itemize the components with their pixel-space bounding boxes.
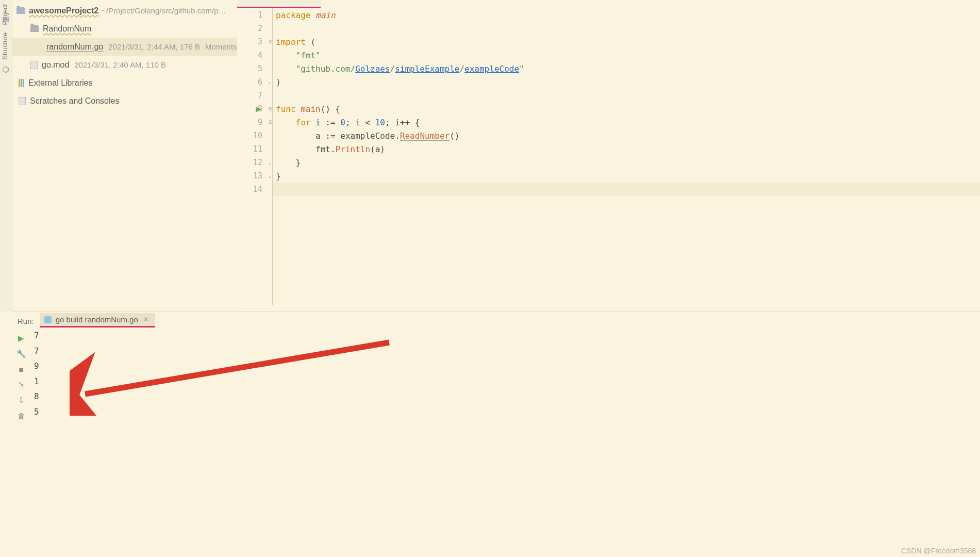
tree-scratches[interactable]: Scratches and Consoles <box>12 92 237 110</box>
mod-file-icon <box>30 61 38 69</box>
fold-start-icon[interactable]: ⊟ <box>269 39 275 45</box>
trash-button[interactable]: 🗑 <box>13 408 29 423</box>
code-line: for i := 0; i < 10; i++ { <box>276 118 420 127</box>
watermark: CSDN @Freedom3568 <box>901 547 976 555</box>
project-tree[interactable]: awesomeProject2 ~/Project/Golang/src/git… <box>12 2 237 312</box>
output-line: 7 <box>34 346 980 362</box>
line-number: 2 <box>258 24 262 33</box>
editor-tab-active[interactable] <box>237 0 321 8</box>
line-number: 9 <box>258 118 262 127</box>
structure-tab-label: Structure <box>1 32 9 60</box>
line-number: 7 <box>258 91 262 100</box>
code-line: } <box>276 158 301 168</box>
line-number: 5 <box>258 64 262 73</box>
settings-button[interactable]: 🔧 <box>13 346 29 362</box>
structure-icon: ⌬ <box>2 64 10 73</box>
root-path: ~/Project/Golang/src/github.com/p… <box>102 6 226 15</box>
line-number: 12 <box>253 158 262 167</box>
run-header: Run: go build randomNum.go ✕ <box>12 312 980 327</box>
run-tab-title: go build randomNum.go <box>56 315 138 324</box>
tree-external-libraries[interactable]: External Libraries <box>12 74 237 92</box>
stop-button[interactable]: ■ <box>13 362 29 377</box>
run-label: Run: <box>18 317 34 327</box>
rerun-button[interactable]: ▶ <box>13 331 29 346</box>
fold-start-icon[interactable]: ⊟ <box>269 119 275 125</box>
external-label: External Libraries <box>28 78 93 88</box>
file-meta2: Moments ago <box>205 42 237 51</box>
run-panel: Run: go build randomNum.go ✕ ▶ 🔧 ■ ⇲ ⇩ 🗑… <box>12 312 980 557</box>
pkg-name: RandomNum <box>43 24 91 34</box>
fold-end-icon[interactable]: ⌞ <box>269 79 275 85</box>
fold-end-icon[interactable]: ⌞ <box>269 159 275 166</box>
line-number: 14 <box>253 185 262 194</box>
gomod-name: go.mod <box>42 60 69 70</box>
code-line: ) <box>276 77 281 87</box>
folder-icon <box>30 25 39 32</box>
code-line: fmt.Println(a) <box>276 144 385 154</box>
go-file-icon <box>44 316 52 323</box>
run-gutter-icon[interactable]: ▶ <box>256 105 261 113</box>
line-number: 10 <box>253 131 262 140</box>
scratch-icon <box>19 97 26 105</box>
output-line: 9 <box>34 361 980 376</box>
line-number: 3 <box>258 37 262 46</box>
tree-file-gomod[interactable]: go.mod 2021/3/31, 2:40 AM, 110 B <box>12 56 237 74</box>
tree-package[interactable]: RandomNum <box>12 20 237 38</box>
editor-gutter[interactable]: 1 2 3 4 5 6 7 8 ▶ 9 10 11 12 13 14 <box>237 8 272 312</box>
run-tab[interactable]: go build randomNum.go ✕ <box>40 313 155 327</box>
folder-icon: ▤ <box>2 14 10 23</box>
output-line: 5 <box>34 407 980 422</box>
gomod-meta: 2021/3/31, 2:40 AM, 110 B <box>74 60 166 69</box>
libraries-icon <box>19 79 20 87</box>
fold-end-icon[interactable]: ⌞ <box>269 173 275 179</box>
output-line: 1 <box>34 376 980 392</box>
line-number: 1 <box>258 10 262 20</box>
left-toolbar: Project ▤ Structure ⌬ <box>0 0 12 312</box>
line-number: 13 <box>253 171 262 181</box>
line-number: 4 <box>258 51 262 60</box>
code-line: } <box>276 171 281 181</box>
tree-file-randomnum[interactable]: randomNum.go 2021/3/31, 2:44 AM, 176 B M… <box>12 38 237 56</box>
file-name: randomNum.go <box>46 42 103 52</box>
run-output[interactable]: 7 7 9 1 8 5 <box>34 331 980 557</box>
code-area[interactable]: package main import ( "fmt" "github.com/… <box>276 8 980 312</box>
editor-tabs <box>237 0 753 8</box>
run-toolbar: ▶ 🔧 ■ ⇲ ⇩ 🗑 <box>13 331 31 423</box>
close-icon[interactable]: ✕ <box>143 316 149 323</box>
folder-icon <box>16 7 25 14</box>
dump-threads-button[interactable]: ⇩ <box>13 392 29 408</box>
code-line: func main() { <box>276 104 340 114</box>
code-line: "github.com/Golzaes/simpleExample/exampl… <box>276 64 524 74</box>
code-line: a := exampleCode.ReadNumber() <box>276 131 459 141</box>
code-line: import ( <box>276 37 315 47</box>
scratches-label: Scratches and Consoles <box>30 96 119 106</box>
code-line: package main <box>276 10 336 20</box>
code-editor[interactable]: 1 2 3 4 5 6 7 8 ▶ 9 10 11 12 13 14 ⊟ ⌞ ⊟… <box>237 8 980 312</box>
output-line: 7 <box>34 331 980 346</box>
root-name: awesomeProject2 <box>29 6 98 15</box>
output-line: 8 <box>34 391 980 407</box>
structure-tool-tab[interactable]: Structure <box>0 28 10 64</box>
line-number: 6 <box>258 77 262 87</box>
tree-root[interactable]: awesomeProject2 ~/Project/Golang/src/git… <box>12 2 237 20</box>
line-number: 11 <box>253 144 262 154</box>
indent-guide <box>272 8 273 305</box>
layout-button[interactable]: ⇲ <box>13 377 29 392</box>
file-meta: 2021/3/31, 2:44 AM, 176 B <box>108 42 200 51</box>
code-line: "fmt" <box>276 51 321 60</box>
fold-start-icon[interactable]: ⊟ <box>269 106 275 112</box>
